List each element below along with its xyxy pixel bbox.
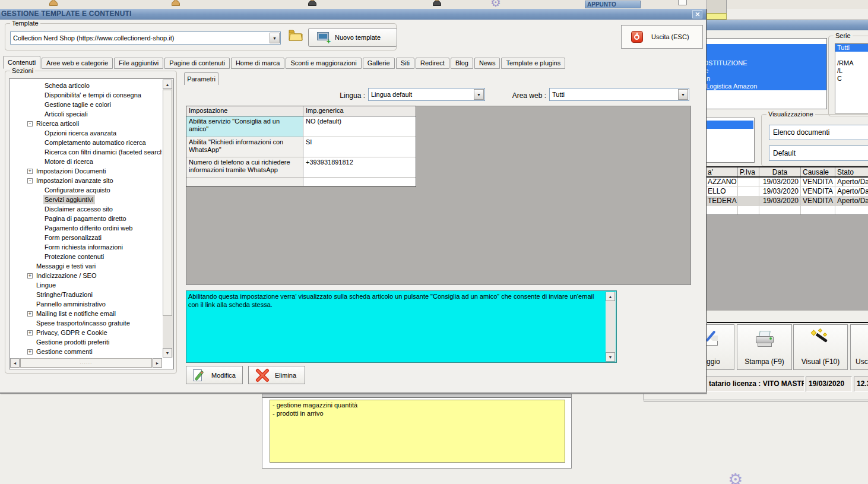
tree-expand-icon[interactable]: - xyxy=(27,178,33,184)
table-row[interactable]: TEDERA 19/03/2020 VENDITA Aperto/Da f xyxy=(706,197,868,206)
list-item[interactable]: /RMA xyxy=(835,59,868,67)
table-row[interactable]: ELLO 19/03/2020 VENDITA Aperto/Da f xyxy=(706,187,868,197)
tree-expand-icon[interactable]: + xyxy=(27,273,33,279)
tree-item[interactable]: + Indicizzazione / SEO xyxy=(11,271,161,280)
modifica-button[interactable]: Modifica xyxy=(186,366,243,384)
tab[interactable]: Pagine di contenuti xyxy=(164,58,230,69)
tree-item[interactable]: Scheda articolo xyxy=(11,81,161,90)
impostazione-cell[interactable] xyxy=(186,178,303,186)
list-item[interactable] xyxy=(835,52,868,59)
scroll-up-icon[interactable]: ▲ xyxy=(163,80,172,89)
elimina-button[interactable]: Elimina xyxy=(248,366,305,384)
view-select[interactable]: Elenco documenti xyxy=(769,125,868,140)
scroll-up-icon[interactable]: ▲ xyxy=(606,292,615,301)
note-window-titlebar[interactable] xyxy=(262,394,571,398)
areaweb-select-arrow[interactable]: ▼ xyxy=(678,89,688,100)
tree-item[interactable]: Ricerca con filtri dinamici (faceted sea… xyxy=(11,147,161,157)
tree-item[interactable]: Pagina di pagamento diretto xyxy=(11,214,161,223)
tab[interactable]: Sconti e maggiorazioni xyxy=(286,58,361,69)
impostazione-cell[interactable]: Abilita servizio "Consiglia ad un amico" xyxy=(186,116,303,137)
lingua-select-arrow[interactable]: ▼ xyxy=(474,89,484,100)
tree-item[interactable]: Protezione contenuti xyxy=(11,252,161,261)
scroll-down-icon[interactable]: ▼ xyxy=(606,352,615,362)
tree-expand-icon[interactable]: + xyxy=(27,349,33,355)
valore-cell[interactable]: SI xyxy=(303,137,416,157)
visual-button[interactable]: Visual (F10) xyxy=(793,324,848,370)
valore-cell[interactable]: NO (default) xyxy=(303,116,416,137)
list-item[interactable]: C xyxy=(835,75,868,83)
tree-item[interactable]: Servizi aggiuntivi xyxy=(11,195,161,204)
scroll-left-icon[interactable]: ◄ xyxy=(10,358,20,368)
description-scrollbar[interactable]: ▲ ▼ xyxy=(606,292,616,362)
tree-item[interactable]: Messaggi e testi vari xyxy=(11,261,161,271)
uscita-button[interactable]: Uscita (ESC) xyxy=(621,25,703,49)
layout-select[interactable]: Default xyxy=(769,145,868,161)
note-textarea[interactable]: - gestione magazzini quantità- prodotti … xyxy=(270,400,565,463)
impostazione-cell[interactable]: Abilita "Richiedi informazioni con Whats… xyxy=(186,137,303,157)
valore-cell[interactable] xyxy=(303,178,416,186)
tree-expand-icon[interactable]: + xyxy=(27,330,33,336)
tree-item[interactable]: Spese trasporto/incasso gratuite xyxy=(11,318,161,328)
template-combobox[interactable]: Collection Nerd Shop (https://www.collec… xyxy=(10,31,281,45)
tab-parametri[interactable]: Parametri xyxy=(184,72,218,85)
table-row[interactable]: Abilita servizio "Consiglia ad un amico"… xyxy=(186,116,416,137)
tab[interactable]: Redirect xyxy=(416,58,449,69)
tree-item[interactable]: Form personalizzati xyxy=(11,233,161,242)
scrollbar-thumb[interactable]: ...... xyxy=(20,358,152,368)
table-row[interactable]: AZZANO 19/03/2020 VENDITA Aperto/Da f xyxy=(706,178,868,187)
impostazione-cell[interactable]: Numero di telefono a cui richiedere info… xyxy=(186,157,303,177)
tree-item[interactable]: Lingue xyxy=(11,280,161,290)
tab[interactable]: Template e plugins xyxy=(501,58,565,69)
tree-horizontal-scrollbar[interactable]: ◄ ...... ► xyxy=(10,358,162,368)
tree-item[interactable]: Motore di ricerca xyxy=(11,157,161,166)
tab[interactable]: File aggiuntivi xyxy=(114,58,163,69)
scroll-down-icon[interactable]: ▼ xyxy=(163,348,172,358)
tree-item[interactable]: Pannello amministrativo xyxy=(11,299,161,309)
tree-item[interactable]: + Impostazioni Documenti xyxy=(11,166,161,176)
table-row[interactable]: Abilita "Richiedi informazioni con Whats… xyxy=(186,137,416,157)
tree-item[interactable]: Form richiesta informazioni xyxy=(11,242,161,252)
tab[interactable]: Blog xyxy=(451,58,473,69)
nuovo-template-button[interactable]: + Nuovo template xyxy=(308,28,397,47)
tree-item[interactable]: Gestione taglie e colori xyxy=(11,100,161,109)
tree-item[interactable]: Stringhe/Traduzioni xyxy=(11,290,161,299)
dialog-titlebar[interactable]: GESTIONE TEMPLATE E CONTENUTI xyxy=(0,9,706,20)
valore-cell[interactable]: +393931891812 xyxy=(303,157,416,177)
tree-item[interactable]: Opzioni ricerca avanzata xyxy=(11,128,161,138)
stampa-button[interactable]: Stampa (F9) xyxy=(737,324,792,370)
tree-expand-icon[interactable]: - xyxy=(27,121,33,126)
tree-item[interactable]: - Ricerca articoli xyxy=(11,119,161,128)
tree-item[interactable]: + Gestione commenti xyxy=(11,347,161,356)
uscita-f-button[interactable]: Usc xyxy=(850,324,868,370)
open-folder-button[interactable] xyxy=(288,29,305,46)
lingua-select[interactable]: Lingua default ▼ xyxy=(368,88,485,101)
tree-item[interactable]: Disclaimer accesso sito xyxy=(11,204,161,214)
tab[interactable]: Gallerie xyxy=(363,58,395,69)
table-row[interactable]: Numero di telefono a cui richiedere info… xyxy=(186,157,416,178)
table-row[interactable] xyxy=(186,178,416,186)
tree-item[interactable]: + Mailing list e notifiche email xyxy=(11,309,161,318)
serie-listbox[interactable]: Tutti/RMA/LC xyxy=(835,43,868,113)
tree-item[interactable]: + Privacy, GDPR e Cookie xyxy=(11,328,161,337)
scroll-right-icon[interactable]: ► xyxy=(153,358,162,368)
tree-item[interactable]: Disponibilita' e tempi di consegna xyxy=(11,90,161,100)
tree-item[interactable]: Completamento automatico ricerca xyxy=(11,138,161,147)
template-combobox-arrow[interactable]: ▼ xyxy=(270,33,280,43)
tree-expand-icon[interactable]: + xyxy=(27,169,33,174)
tab[interactable]: News xyxy=(474,58,500,69)
list-item[interactable]: Tutti xyxy=(835,44,868,52)
tab[interactable]: Home di marca xyxy=(231,58,285,69)
tab[interactable]: Siti xyxy=(396,58,414,69)
tree-expand-icon[interactable]: + xyxy=(27,311,33,317)
tree-item[interactable]: - Impostazioni avanzate sito xyxy=(11,176,161,185)
tab[interactable]: Aree web e categorie xyxy=(42,58,113,69)
tree-item[interactable]: Articoli speciali xyxy=(11,109,161,119)
tree-item[interactable]: Configuratore acquisto xyxy=(11,185,161,195)
tree-item[interactable]: Pagamento differito ordini web xyxy=(11,223,161,233)
tree-vertical-scrollbar[interactable]: ▲ ▼ xyxy=(163,80,173,358)
areaweb-select[interactable]: Tutti ▼ xyxy=(549,88,689,101)
list-item[interactable]: /L xyxy=(835,67,868,75)
scrollbar-thumb[interactable] xyxy=(163,90,172,316)
tree-item[interactable]: Gestione prodotti preferiti xyxy=(11,337,161,347)
close-button[interactable] xyxy=(692,10,702,18)
